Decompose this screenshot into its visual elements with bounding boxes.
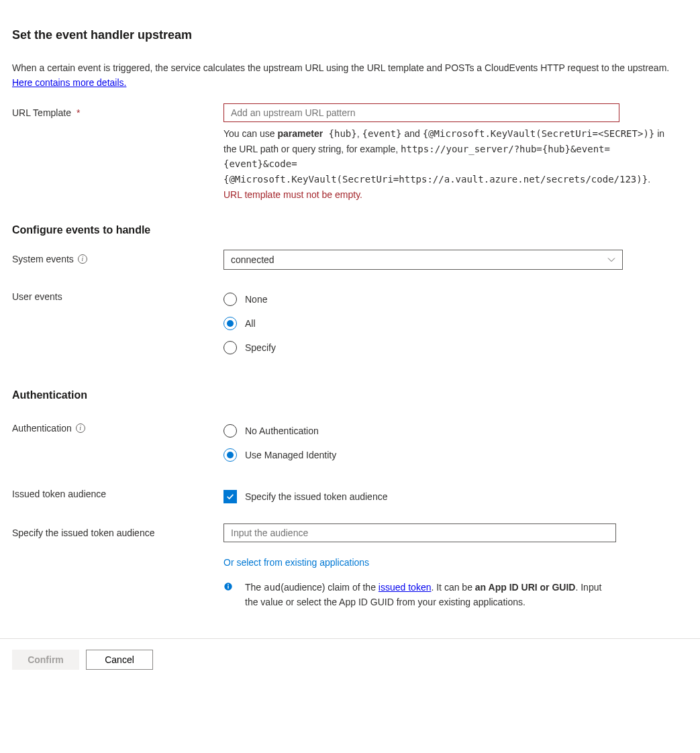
- auth-radio-none[interactable]: No Authentication: [223, 424, 680, 438]
- system-events-select[interactable]: connected: [223, 250, 623, 270]
- help-text: {hub}: [323, 128, 357, 139]
- audience-input[interactable]: [223, 523, 616, 542]
- system-events-label-text: System events: [12, 254, 74, 264]
- intro-more-link[interactable]: Here contains more details.: [12, 77, 126, 88]
- issued-token-checkbox-label: Specify the issued token audience: [245, 491, 387, 502]
- confirm-button[interactable]: Confirm: [12, 650, 79, 670]
- specify-audience-label: Specify the issued token audience: [12, 523, 223, 538]
- system-events-label: System events i: [12, 250, 223, 264]
- required-asterisk: *: [77, 107, 80, 118]
- issued-token-link[interactable]: issued token: [379, 582, 432, 593]
- url-template-input[interactable]: [223, 103, 619, 122]
- user-events-label-text: User events: [12, 291, 62, 302]
- select-existing-link[interactable]: Or select from existing applications: [223, 557, 680, 568]
- info-text: . It can be: [431, 582, 474, 593]
- intro-text-body: When a certain event is triggered, the s…: [12, 62, 669, 73]
- info-text: (audience) claim of the: [281, 582, 379, 593]
- help-text: You can use: [223, 128, 277, 139]
- info-badge-icon: [223, 582, 233, 591]
- auth-section-heading: Authentication: [12, 389, 688, 401]
- radio-label-no-auth: No Authentication: [245, 425, 319, 436]
- url-template-label: URL Template *: [12, 103, 223, 118]
- help-text: ,: [357, 128, 362, 139]
- help-text: {event}: [362, 128, 402, 139]
- svg-rect-1: [228, 586, 228, 589]
- chevron-down-icon: [607, 256, 615, 264]
- user-events-radio-all[interactable]: All: [223, 317, 680, 330]
- audience-info: The aud(audience) claim of the issued to…: [223, 580, 613, 610]
- issued-token-label: Issued token audience: [12, 485, 223, 499]
- intro-text: When a certain event is triggered, the s…: [12, 61, 677, 90]
- radio-label-specify: Specify: [245, 342, 276, 353]
- footer-bar: Confirm Cancel: [0, 638, 700, 670]
- help-text: parameter: [277, 128, 323, 139]
- radio-label-managed: Use Managed Identity: [245, 450, 336, 460]
- specify-audience-label-text: Specify the issued token audience: [12, 528, 154, 538]
- url-template-help: You can use parameter {hub}, {event} and…: [223, 126, 680, 187]
- user-events-radio-none[interactable]: None: [223, 293, 680, 306]
- check-icon: [223, 490, 237, 503]
- help-text: {@Microsoft.KeyVault(SecretUri=<SECRET>)…: [423, 128, 655, 139]
- radio-label-all: All: [245, 318, 256, 329]
- system-events-value: connected: [231, 254, 274, 265]
- info-icon[interactable]: i: [76, 423, 85, 433]
- issued-token-checkbox[interactable]: Specify the issued token audience: [223, 490, 680, 503]
- help-text: .: [648, 174, 650, 185]
- url-template-error: URL template must not be empty.: [223, 189, 680, 200]
- svg-point-2: [228, 584, 229, 585]
- help-text: and: [402, 128, 423, 139]
- info-text: The: [245, 582, 264, 593]
- events-section-heading: Configure events to handle: [12, 224, 688, 236]
- authentication-label-text: Authentication: [12, 423, 72, 434]
- issued-token-label-text: Issued token audience: [12, 489, 106, 499]
- radio-label-none: None: [245, 294, 267, 305]
- user-events-radio-specify[interactable]: Specify: [223, 341, 680, 354]
- info-icon[interactable]: i: [78, 254, 87, 264]
- info-text: an App ID URI or GUID: [475, 582, 576, 593]
- info-text: aud: [264, 582, 281, 593]
- page-title: Set the event handler upstream: [12, 28, 688, 42]
- auth-radio-managed[interactable]: Use Managed Identity: [223, 448, 680, 462]
- url-template-label-text: URL Template: [12, 107, 71, 118]
- cancel-button[interactable]: Cancel: [86, 650, 153, 670]
- authentication-label: Authentication i: [12, 419, 223, 434]
- user-events-label: User events: [12, 287, 223, 302]
